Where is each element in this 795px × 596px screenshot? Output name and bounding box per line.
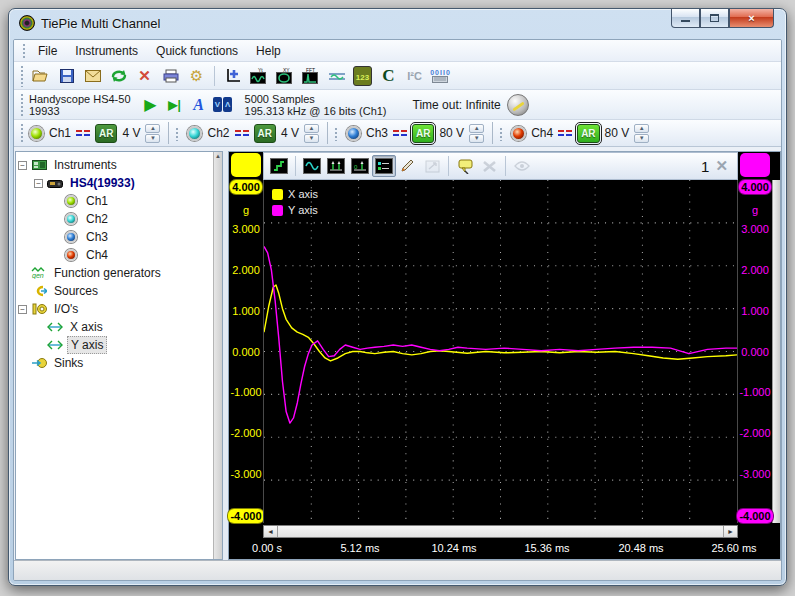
- smooth-curve-button[interactable]: [300, 155, 324, 177]
- ch2-autorange-button[interactable]: AR: [254, 124, 276, 143]
- ch4-range-down-button[interactable]: ▼: [634, 134, 649, 143]
- ch2-led-icon[interactable]: [187, 126, 202, 141]
- collapse-icon[interactable]: −: [34, 179, 43, 188]
- ch1-led-icon[interactable]: [29, 126, 44, 141]
- tree-item-hs4[interactable]: − HS4(19933): [18, 174, 220, 192]
- ch3-grip[interactable]: [333, 126, 338, 141]
- right-axis-header[interactable]: [738, 152, 772, 180]
- ch3-range-down-button[interactable]: ▼: [469, 134, 484, 143]
- ch4-coupling-icon[interactable]: [558, 130, 572, 136]
- ch3-autorange-button[interactable]: AR: [412, 124, 434, 143]
- plot-area[interactable]: X axis Y axis: [263, 180, 738, 523]
- settings-button[interactable]: ⚙: [184, 64, 209, 88]
- right-y-axis[interactable]: g 4.000 3.000 2.000 1.000 0.000 -1.000 -…: [738, 180, 772, 523]
- ch2-grip[interactable]: [174, 126, 179, 141]
- fft-graph-button[interactable]: FFT: [298, 64, 323, 88]
- ch4-autorange-button[interactable]: AR: [577, 124, 599, 143]
- hscroll-thumb[interactable]: [278, 526, 723, 537]
- plot-horizontal-scrollbar[interactable]: ◄ ►: [263, 525, 738, 538]
- mail-button[interactable]: [80, 64, 105, 88]
- tree-item-sinks[interactable]: Sinks: [18, 354, 220, 372]
- close-button[interactable]: ×: [729, 9, 774, 28]
- menu-quick-functions[interactable]: Quick functions: [147, 41, 247, 61]
- refresh-button[interactable]: [106, 64, 131, 88]
- left-axis-max-box[interactable]: 4.000: [230, 180, 262, 194]
- collapse-icon[interactable]: −: [18, 161, 27, 170]
- delete-comment-button[interactable]: [477, 155, 501, 177]
- ch3-range-up-button[interactable]: ▲: [469, 124, 484, 133]
- tree-item-y-axis[interactable]: Y axis: [18, 336, 220, 354]
- yt-graph-button[interactable]: Yt: [246, 64, 271, 88]
- channel-bar-grip[interactable]: [19, 122, 24, 144]
- ch1-coupling-icon[interactable]: [76, 130, 90, 136]
- value-meter-button[interactable]: 123: [350, 64, 375, 88]
- toolbar-grip[interactable]: [19, 64, 24, 87]
- tree-item-sources[interactable]: Sources: [18, 282, 220, 300]
- maximize-button[interactable]: [700, 9, 729, 28]
- menu-instruments[interactable]: Instruments: [66, 41, 147, 61]
- save-button[interactable]: [54, 64, 79, 88]
- tree-item-function-generators[interactable]: gen Function generators: [18, 264, 220, 282]
- scroll-right-icon[interactable]: ►: [723, 526, 737, 537]
- tree-item-ch2[interactable]: Ch2: [18, 210, 220, 228]
- export-graph-button[interactable]: [420, 155, 444, 177]
- start-measurement-button[interactable]: ▶: [139, 93, 163, 117]
- minimize-button[interactable]: [671, 9, 700, 28]
- autoranging-button[interactable]: A: [187, 93, 211, 117]
- tree-item-ch3[interactable]: Ch3: [18, 228, 220, 246]
- tree-item-ios[interactable]: − I/O's: [18, 300, 220, 318]
- print-button[interactable]: [158, 64, 183, 88]
- plot-vertical-scrollbar[interactable]: [772, 180, 780, 523]
- ch1-autorange-button[interactable]: AR: [95, 124, 117, 143]
- ch2-range-up-button[interactable]: ▲: [304, 124, 319, 133]
- one-shot-button[interactable]: ▶|: [163, 93, 187, 117]
- left-axis-min-box[interactable]: -4.000: [228, 509, 263, 523]
- ch2-range-down-button[interactable]: ▼: [304, 134, 319, 143]
- i2c-button[interactable]: I²C: [402, 64, 427, 88]
- sample-rate: 195.313 kHz @ 16 bits (Ch1): [245, 105, 387, 117]
- tree-label-selected: Y axis: [67, 336, 107, 354]
- comment-button[interactable]: [453, 155, 477, 177]
- graph-close-button[interactable]: ✕: [713, 157, 734, 175]
- tree-item-ch4[interactable]: Ch4: [18, 246, 220, 264]
- instrument-bar-grip[interactable]: [19, 92, 24, 117]
- hide-source-button[interactable]: [510, 155, 534, 177]
- autoscale-button[interactable]: [324, 155, 348, 177]
- pen-marker-button[interactable]: [396, 155, 420, 177]
- c-button[interactable]: C: [376, 64, 401, 88]
- collapse-icon[interactable]: −: [18, 305, 27, 314]
- ch4-grip[interactable]: [498, 126, 503, 141]
- delete-button[interactable]: ✕: [132, 64, 157, 88]
- autoscale-zero-button[interactable]: 0: [348, 155, 372, 177]
- title-bar[interactable]: TiePie Multi Channel: [9, 9, 786, 37]
- left-axis-header[interactable]: [229, 152, 263, 180]
- legend-toggle-button[interactable]: [372, 155, 396, 177]
- scroll-left-icon[interactable]: ◄: [264, 526, 278, 537]
- add-graph-button[interactable]: [220, 64, 245, 88]
- left-y-axis[interactable]: g 4.000 3.000 2.000 1.000 0.000 -1.000 -…: [229, 180, 263, 523]
- tree-item-x-axis[interactable]: X axis: [18, 318, 220, 336]
- ch4-range-up-button[interactable]: ▲: [634, 124, 649, 133]
- tree-vertical-scrollbar[interactable]: ▲: [213, 152, 222, 559]
- ch3-coupling-icon[interactable]: [393, 130, 407, 136]
- ch1-range-up-button[interactable]: ▲: [145, 124, 160, 133]
- binary-keyboard-button[interactable]: 00II0: [428, 64, 453, 88]
- ch2-coupling-icon[interactable]: [235, 130, 249, 136]
- xy-graph-button[interactable]: XY: [272, 64, 297, 88]
- tree-item-instruments[interactable]: − Instruments: [18, 156, 220, 174]
- plot-legend[interactable]: X axis Y axis: [272, 186, 318, 218]
- menu-grip[interactable]: [21, 42, 26, 59]
- voltage-mode-button[interactable]: VΛ: [211, 93, 235, 117]
- menu-file[interactable]: File: [29, 41, 66, 61]
- ch3-led-icon[interactable]: [346, 126, 361, 141]
- timeout-knob[interactable]: [507, 94, 529, 116]
- menu-help[interactable]: Help: [247, 41, 290, 61]
- right-axis-max-box[interactable]: 4.000: [739, 180, 771, 194]
- open-button[interactable]: [28, 64, 53, 88]
- level-lines-button[interactable]: [324, 64, 349, 88]
- ch4-led-icon[interactable]: [511, 126, 526, 141]
- tree-item-ch1[interactable]: Ch1: [18, 192, 220, 210]
- right-axis-min-box[interactable]: -4.000: [737, 509, 772, 523]
- step-interpolation-button[interactable]: [267, 155, 291, 177]
- ch1-range-down-button[interactable]: ▼: [145, 134, 160, 143]
